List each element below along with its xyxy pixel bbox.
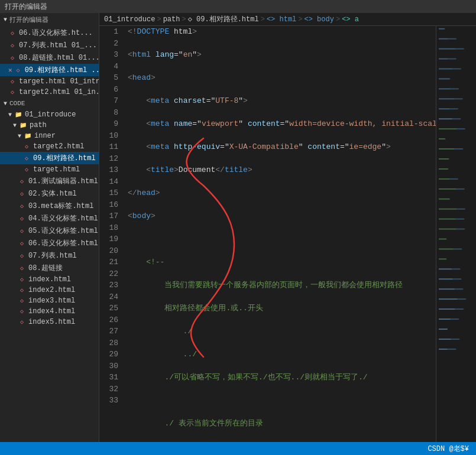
close-icon-4[interactable]: ✕ [8, 66, 12, 74]
tree-target[interactable]: ◇ target.html [0, 164, 99, 175]
html-icon-index5: ◇ [18, 318, 26, 326]
folder-icon-root: 📁 [14, 110, 22, 119]
tree-index3[interactable]: ◇ index3.html [0, 295, 99, 306]
code-container[interactable]: 12345 678910 1112131415 1617181920 21222… [99, 26, 436, 442]
tree-index5[interactable]: ◇ index5.html [0, 317, 99, 327]
folder-icon-inner: 📁 [24, 132, 32, 140]
editor-wrapper[interactable]: 12345 678910 1112131415 1617181920 21222… [99, 26, 476, 442]
html-icon-2: ◇ [8, 41, 17, 50]
line-numbers: 12345 678910 1112131415 1617181920 21222… [99, 26, 123, 442]
tree-target-label: target.html [33, 165, 80, 174]
tree-06[interactable]: ◇ 06.语义化标签.html [0, 237, 99, 249]
tree-07[interactable]: ◇ 07.列表.html [0, 249, 99, 262]
tree-inner-label: inner [34, 132, 56, 140]
html-icon-4: ◇ [14, 66, 22, 74]
folder-icon-path: 📁 [19, 121, 27, 129]
tree-04[interactable]: ◇ 04.语义化标签.html [0, 212, 99, 225]
tree-index2[interactable]: ◇ index2.html [0, 285, 99, 295]
top-bar: 打开的编辑器 [0, 0, 476, 13]
html-icon-index4: ◇ [18, 307, 26, 316]
html-icon-03: ◇ [18, 202, 26, 210]
html-icon-08: ◇ [18, 264, 26, 272]
html-icon-t2: ◇ [22, 142, 31, 151]
open-file-label-5: target.html 01_intr... [19, 77, 99, 86]
tree-target2-label: target2.html [33, 142, 84, 151]
breadcrumb: 01_introduce > path > ◇ 09.相对路径.html > <… [99, 13, 476, 26]
breadcrumb-path: path [163, 15, 180, 24]
open-file-4[interactable]: ✕ ◇ 09.相对路径.html ... [0, 64, 99, 76]
code-label: CODE [9, 100, 25, 107]
open-file-6[interactable]: ◇ target2.html 01_in... [0, 87, 99, 98]
open-file-5[interactable]: ◇ target.html 01_intr... [0, 76, 99, 87]
sidebar: ▼ 打开的编辑器 ◇ 06.语义化标签.ht... ◇ 07.列表.html 0… [0, 13, 99, 442]
open-file-1[interactable]: ◇ 06.语义化标签.ht... [0, 27, 99, 39]
inner-arrow: ▼ [18, 133, 21, 139]
html-icon-07: ◇ [18, 252, 26, 260]
tree-05[interactable]: ◇ 05.语义化标签.html [0, 225, 99, 237]
tree-02[interactable]: ◇ 02.实体.html [0, 187, 99, 200]
html-icon-target: ◇ [22, 165, 31, 174]
tree-09path-label: 09.相对路径.html [33, 153, 96, 163]
open-file-label-6: target2.html 01_in... [19, 88, 99, 96]
html-icon-09: ◇ [22, 154, 31, 162]
tree-03-label: 03.meta标签.html [28, 201, 93, 211]
tree-root-label: 01_introduce [25, 110, 76, 119]
tree-root[interactable]: ▼ 📁 01_introduce [0, 109, 99, 120]
open-editors-header[interactable]: ▼ 打开的编辑器 [0, 13, 99, 27]
tree-01test[interactable]: ◇ 01.测试编辑器.html [0, 175, 99, 187]
tree-08[interactable]: ◇ 08.超链接 [0, 262, 99, 274]
html-icon-1: ◇ [8, 29, 17, 37]
breadcrumb-introduce: 01_introduce [104, 15, 155, 24]
html-icon-index3: ◇ [18, 297, 26, 305]
html-icon-05: ◇ [18, 227, 26, 235]
top-bar-title: 打开的编辑器 [5, 2, 47, 12]
minimap-canvas [436, 26, 476, 442]
tree-09path[interactable]: ◇ 09.相对路径.html [0, 152, 99, 164]
tree-index2-label: index2.html [28, 286, 75, 294]
tree-01test-label: 01.测试编辑器.html [28, 176, 98, 186]
tree-02-label: 02.实体.html [28, 188, 77, 199]
breadcrumb-file: ◇ 09.相对路径.html [188, 14, 259, 24]
html-icon-01: ◇ [18, 177, 26, 186]
open-editors-arrow: ▼ [4, 17, 7, 23]
tree-path-label: path [30, 121, 47, 129]
main-layout: ▼ 打开的编辑器 ◇ 06.语义化标签.ht... ◇ 07.列表.html 0… [0, 13, 476, 442]
code-section-header[interactable]: ▼ CODE [0, 98, 99, 109]
breadcrumb-html: <> html [267, 15, 296, 24]
html-icon-02: ◇ [18, 190, 26, 198]
html-icon-04: ◇ [18, 214, 26, 223]
tree-07-label: 07.列表.html [28, 251, 77, 261]
tree-04-label: 04.语义化标签.html [28, 213, 98, 223]
open-file-3[interactable]: ◇ 08.超链接.html 01... [0, 51, 99, 64]
tree-inner-folder[interactable]: ▼ 📁 inner [0, 131, 99, 141]
tree-path-folder[interactable]: ▼ 📁 path [0, 120, 99, 131]
open-file-label-3: 08.超链接.html 01... [19, 53, 99, 63]
html-icon-6: ◇ [8, 88, 17, 96]
breadcrumb-a: <> a [342, 15, 359, 24]
html-icon-index2: ◇ [18, 286, 26, 294]
code-arrow: ▼ [4, 100, 7, 107]
tree-06-label: 06.语义化标签.html [28, 238, 98, 248]
tree-target2[interactable]: ◇ target2.html [0, 141, 99, 152]
breadcrumb-body: <> body [305, 15, 334, 24]
right-panel [436, 26, 476, 442]
tree-03[interactable]: ◇ 03.meta标签.html [0, 200, 99, 212]
root-arrow: ▼ [8, 112, 12, 118]
open-file-label-1: 06.语义化标签.ht... [19, 28, 93, 38]
open-file-2[interactable]: ◇ 07.列表.html 01_... [0, 39, 99, 51]
html-icon-06: ◇ [18, 239, 26, 248]
code-content[interactable]: <!DOCTYPE html> <html lang="en"> <head> … [123, 26, 436, 442]
tree-index-label: index.html [28, 275, 71, 284]
status-bar: CSDN @老$¥ [0, 442, 476, 455]
html-icon-3: ◇ [8, 54, 17, 62]
tree-08-label: 08.超链接 [28, 263, 63, 273]
status-text: CSDN @老$¥ [428, 444, 469, 454]
tree-05-label: 05.语义化标签.html [28, 226, 98, 236]
html-icon-5: ◇ [8, 77, 17, 86]
open-file-label-2: 07.列表.html 01_... [19, 40, 97, 50]
tree-index[interactable]: ◇ index.html [0, 274, 99, 285]
tree-index4[interactable]: ◇ index4.html [0, 306, 99, 317]
tree-index5-label: index5.html [28, 318, 75, 326]
editor-area: 01_introduce > path > ◇ 09.相对路径.html > <… [99, 13, 476, 442]
open-file-label-4: 09.相对路径.html ... [25, 65, 99, 75]
